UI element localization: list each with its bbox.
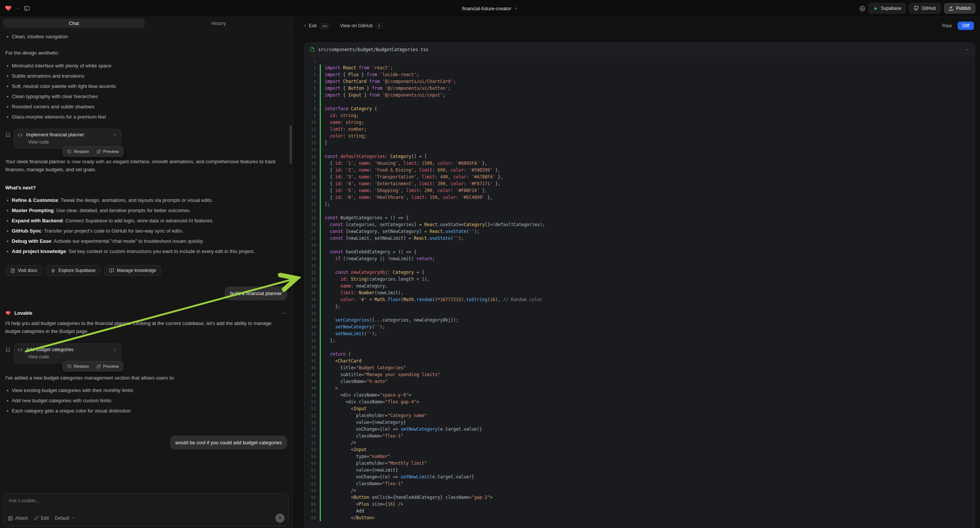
bookmark-icon[interactable] bbox=[5, 132, 11, 148]
line-number: 29 bbox=[305, 250, 320, 254]
chevron-up-icon[interactable] bbox=[965, 47, 969, 52]
assistant-text: I've added a new budget categories manag… bbox=[5, 374, 287, 382]
code-line: 11 limit: number; bbox=[305, 126, 975, 132]
chat-input[interactable] bbox=[9, 498, 283, 503]
line-number: 41 bbox=[305, 331, 320, 336]
code-text: name: newCategory, bbox=[325, 283, 388, 289]
diff-added-gutter bbox=[320, 269, 321, 276]
chevron-right-icon[interactable] bbox=[113, 347, 117, 352]
exit-button[interactable]: Exit bbox=[303, 23, 317, 29]
code-text: import { Button } from '@/components/ui/… bbox=[325, 86, 450, 91]
line-number: 56 bbox=[305, 434, 320, 438]
lovable-logo-icon[interactable] bbox=[5, 5, 12, 12]
code-line: 43 bbox=[305, 344, 975, 351]
code-text: value={newLimit} bbox=[325, 468, 398, 473]
line-number: 54 bbox=[305, 420, 320, 425]
line-number: 49 bbox=[305, 386, 320, 391]
code-text: return ( bbox=[325, 351, 351, 357]
line-number: 3 bbox=[305, 72, 320, 77]
external-link-icon bbox=[97, 149, 101, 154]
upload-icon bbox=[948, 6, 953, 11]
code-text: onChange={(e) => setNewCategory(e.target… bbox=[325, 426, 482, 432]
tab-chat[interactable]: Chat bbox=[3, 19, 145, 28]
restore-icon bbox=[67, 364, 72, 369]
code-line: 48 className="h-auto" bbox=[305, 378, 975, 385]
message-menu-icon[interactable] bbox=[282, 310, 287, 316]
restore-button[interactable]: Restore bbox=[64, 363, 92, 370]
send-button[interactable] bbox=[275, 514, 285, 523]
line-number: 5 bbox=[305, 86, 320, 91]
code-icon bbox=[18, 132, 23, 137]
explore-supabase-button[interactable]: Explore Supabase bbox=[46, 265, 100, 276]
edit-card-implement-planner[interactable]: Implement financial planner View code Re… bbox=[14, 129, 121, 148]
tab-history[interactable]: History bbox=[148, 19, 290, 28]
diff-added-gutter bbox=[320, 132, 321, 139]
line-number: 46 bbox=[305, 366, 320, 370]
diff-added-gutter bbox=[320, 248, 321, 255]
preview-button[interactable]: Preview bbox=[93, 363, 122, 370]
line-number: 24 bbox=[305, 216, 320, 220]
code-line: 7 bbox=[305, 99, 975, 105]
line-number: 63 bbox=[305, 482, 320, 486]
edit-mode-button[interactable]: Edit bbox=[34, 515, 49, 521]
publish-button[interactable]: Publish bbox=[944, 3, 975, 14]
line-number: 60 bbox=[305, 461, 320, 466]
settings-gear-icon[interactable] bbox=[859, 6, 865, 11]
chevron-right-icon[interactable] bbox=[113, 132, 117, 137]
diff-added-gutter bbox=[320, 474, 321, 480]
code-line: 5import { Button } from '@/components/ui… bbox=[305, 85, 975, 92]
assistant-header: Lovable bbox=[5, 310, 287, 316]
code-text: id: string; bbox=[325, 113, 359, 118]
whats-next-list: Refine & Customize: Tweak the design, an… bbox=[5, 197, 287, 255]
file-path: src/components/budget/BudgetCategories.t… bbox=[318, 47, 428, 52]
line-number: 19 bbox=[305, 181, 320, 186]
diff-added-gutter bbox=[320, 412, 321, 419]
edit-card-add-budget-categories[interactable]: Add budget categories View code Restore bbox=[14, 344, 121, 363]
restore-button[interactable]: Restore bbox=[64, 148, 92, 155]
code-text: { id: '4', name: 'Entertainment', limit:… bbox=[325, 181, 500, 186]
diff-added-gutter bbox=[320, 112, 321, 119]
code-line: 34 name: newCategory, bbox=[305, 283, 975, 289]
sidebar-toggle-icon[interactable] bbox=[24, 5, 30, 11]
github-button[interactable]: GitHub bbox=[909, 3, 940, 14]
line-number: 20 bbox=[305, 188, 320, 193]
diff-toggle[interactable]: Diff bbox=[958, 22, 974, 30]
design-intro-text: For the design aesthetic: bbox=[5, 49, 287, 57]
supabase-button[interactable]: Supabase bbox=[869, 3, 906, 14]
manage-knowledge-button[interactable]: Manage knowledge bbox=[104, 265, 161, 276]
diff-added-gutter bbox=[320, 276, 321, 283]
version-popover: Restore Preview bbox=[62, 146, 124, 157]
diff-added-gutter bbox=[320, 419, 321, 426]
diff-added-gutter bbox=[320, 344, 321, 351]
code-line: 31 bbox=[305, 262, 975, 269]
diff-added-gutter bbox=[320, 57, 321, 64]
preview-button[interactable]: Preview bbox=[93, 148, 122, 155]
file-icon bbox=[310, 47, 315, 52]
code-line: 23 bbox=[305, 208, 975, 215]
line-number: 6 bbox=[305, 93, 320, 97]
workspace-chevron-down-icon[interactable] bbox=[16, 6, 20, 11]
code-text: className="flex-1" bbox=[325, 433, 403, 439]
code-line: 49 > bbox=[305, 385, 975, 392]
code-text: import React from 'react'; bbox=[325, 65, 393, 70]
code-text: { id: '1', name: 'Housing', limit: 1500,… bbox=[325, 161, 487, 166]
scrollbar-thumb[interactable] bbox=[290, 125, 292, 164]
visit-docs-button[interactable]: Visit docs bbox=[5, 265, 42, 276]
file-header[interactable]: src/components/budget/BudgetCategories.t… bbox=[305, 43, 975, 56]
code-line: 22]; bbox=[305, 201, 975, 208]
raw-toggle[interactable]: Raw bbox=[942, 23, 951, 29]
project-switcher[interactable]: financial-future-creator bbox=[462, 6, 518, 11]
line-number: 30 bbox=[305, 256, 320, 261]
code-line: 66 <Plus size={16} /> bbox=[305, 501, 975, 507]
code-editor[interactable]: 12import React from 'react';3import { Pl… bbox=[305, 56, 975, 528]
view-on-github-button[interactable]: View on GitHub bbox=[340, 23, 373, 29]
list-item: Rounded corners and subtle shadows bbox=[5, 103, 286, 111]
whats-next-title: What's next? bbox=[5, 184, 287, 192]
diff-added-gutter bbox=[320, 480, 321, 487]
attach-button[interactable]: Attach bbox=[8, 515, 28, 521]
diff-added-gutter bbox=[320, 71, 321, 78]
line-number: 61 bbox=[305, 468, 320, 472]
bookmark-icon[interactable] bbox=[5, 347, 11, 363]
model-select[interactable]: Default bbox=[55, 515, 75, 521]
supabase-icon bbox=[51, 268, 56, 273]
